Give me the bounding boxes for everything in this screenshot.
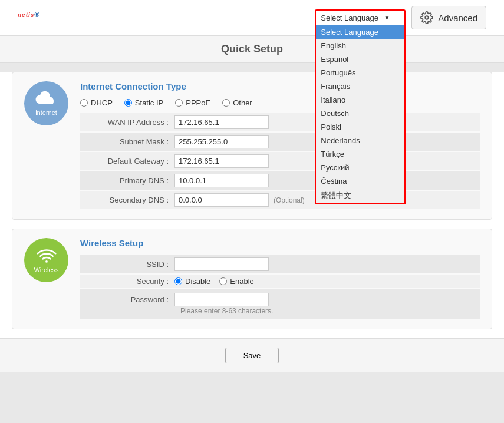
internet-icon-label: internet [35,109,57,116]
advanced-button[interactable]: Advanced [411,6,486,29]
radio-pppoe-input[interactable] [175,99,183,107]
language-dropdown[interactable]: Select LanguageEnglishEspañolPortuguêsFr… [315,25,406,204]
wireless-form-area: Wireless Setup SSID : Security : Disable… [80,238,480,320]
wireless-section-title: Wireless Setup [80,238,480,248]
radio-static[interactable]: Static IP [124,98,163,107]
subnet-mask-row: Subnet Mask : [80,133,480,151]
radio-dhcp-input[interactable] [80,99,88,107]
password-hint: Please enter 8-63 characters. [180,307,273,315]
header: netis® Select Language ▼ Select Language… [0,0,504,36]
internet-section-title: Internet Connection Type [80,81,480,91]
language-option[interactable]: Русский [316,161,404,174]
radio-other-input[interactable] [222,99,230,107]
radio-dhcp[interactable]: DHCP [80,98,113,107]
wifi-icon [35,247,58,265]
save-button[interactable]: Save [225,348,279,363]
language-option[interactable]: Select Language [316,25,404,39]
page-title: Quick Setup [0,36,504,63]
language-option[interactable]: English [316,39,404,52]
ssid-input[interactable] [174,257,269,271]
language-select-trigger[interactable]: Select Language ▼ [316,11,404,25]
secondary-dns-row: Secondary DNS : (Optional) [80,191,480,209]
security-enable[interactable]: Enable [219,277,253,286]
security-disable-input[interactable] [174,277,182,285]
header-right: Select Language ▼ Select LanguageEnglish… [315,6,486,29]
logo-trademark: ® [34,11,40,19]
advanced-label: Advanced [438,13,477,23]
secondary-dns-label: Secondary DNS : [80,196,174,204]
language-option[interactable]: Polski [316,120,404,134]
language-option[interactable]: Nederlands [316,134,404,147]
radio-pppoe-label: PPPoE [186,98,210,107]
security-label: Security : [80,277,174,286]
password-label: Password : [80,295,174,304]
save-button-label: Save [243,351,261,360]
security-disable-label: Disable [185,277,210,286]
internet-form-area: Internet Connection Type DHCP Static IP … [80,81,480,210]
language-option[interactable]: Italiano [316,93,404,107]
security-enable-label: Enable [230,277,253,286]
main-content: internet Internet Connection Type DHCP S… [0,72,504,372]
default-gateway-label: Default Gateway : [80,157,174,166]
language-option[interactable]: Español [316,52,404,66]
password-row: Password : Please enter 8-63 characters. [80,289,480,319]
password-input[interactable] [174,293,269,306]
ssid-label: SSID : [80,260,174,269]
ssid-row: SSID : [80,255,480,273]
cloud-icon [35,91,58,107]
language-option[interactable]: Deutsch [316,107,404,120]
primary-dns-row: Primary DNS : [80,171,480,190]
chevron-down-icon: ▼ [384,15,390,21]
wireless-icon-label: Wireless [34,266,58,273]
logo-text: netis [18,12,34,18]
internet-section: internet Internet Connection Type DHCP S… [12,72,492,220]
subnet-mask-input[interactable] [174,135,269,148]
language-select-container[interactable]: Select Language ▼ Select LanguageEnglish… [315,9,406,27]
page-title-text: Quick S [221,43,261,55]
language-option[interactable]: Français [316,80,404,93]
gear-icon [420,11,433,24]
secondary-dns-optional: (Optional) [274,196,305,204]
radio-dhcp-label: DHCP [91,98,113,107]
radio-static-label: Static IP [135,98,163,107]
svg-point-1 [45,260,48,263]
wireless-section: Wireless Wireless Setup SSID : Security … [12,229,492,329]
language-option[interactable]: Türkçe [316,147,404,161]
logo: netis® [18,7,40,29]
subnet-mask-label: Subnet Mask : [80,137,174,146]
security-row: Security : Disable Enable [80,275,480,288]
language-selected-label: Select Language [321,14,378,22]
primary-dns-label: Primary DNS : [80,176,174,185]
radio-static-input[interactable] [124,99,132,107]
wan-ip-label: WAN IP Address : [80,118,174,127]
wireless-icon-circle: Wireless [24,238,68,282]
wireless-icon-row: Wireless Wireless Setup SSID : Security … [24,238,480,320]
language-option[interactable]: 繁體中文 [316,188,404,203]
language-option[interactable]: Čeština [316,174,404,188]
language-option[interactable]: Português [316,66,404,80]
default-gateway-input[interactable] [174,154,269,168]
internet-icon-circle: internet [24,81,68,125]
security-disable[interactable]: Disable [174,277,210,286]
wan-ip-row: WAN IP Address : [80,113,480,131]
radio-other[interactable]: Other [222,98,252,107]
svg-point-0 [426,16,429,19]
internet-icon-row: internet Internet Connection Type DHCP S… [24,81,480,210]
default-gateway-row: Default Gateway : [80,152,480,170]
secondary-dns-input[interactable] [174,193,269,207]
radio-other-label: Other [233,98,252,107]
security-enable-input[interactable] [219,277,227,285]
wan-ip-input[interactable] [174,115,269,129]
connection-type-row: DHCP Static IP PPPoE Other [80,98,480,107]
radio-pppoe[interactable]: PPPoE [175,98,210,107]
primary-dns-input[interactable] [174,174,269,187]
save-bar: Save [0,338,504,372]
